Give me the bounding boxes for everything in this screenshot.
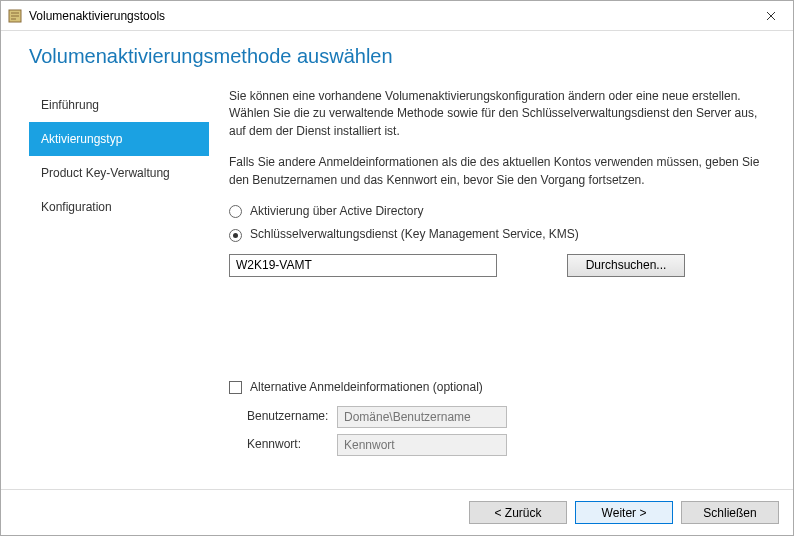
browse-button[interactable]: Durchsuchen... [567,254,685,277]
radio-ad-label: Aktivierung über Active Directory [250,203,423,220]
alt-credentials-checkbox[interactable] [229,381,242,394]
radio-kms-label: Schlüsselverwaltungsdienst (Key Manageme… [250,226,579,243]
intro-paragraph-2: Falls Sie andere Anmeldeinformationen al… [229,154,763,189]
footer: < Zurück Weiter > Schließen [1,489,793,535]
password-field [337,434,507,456]
sidebar: Einführung Aktivierungstyp Product Key-V… [29,86,209,489]
body-area: Einführung Aktivierungstyp Product Key-V… [29,86,773,489]
sidebar-item-konfiguration[interactable]: Konfiguration [29,190,209,224]
password-label: Kennwort: [247,436,337,453]
username-row: Benutzername: [247,406,763,428]
alt-credentials-label: Alternative Anmeldeinformationen (option… [250,379,483,396]
window-close-button[interactable] [748,1,793,30]
alt-credentials-section: Alternative Anmeldeinformationen (option… [229,379,763,456]
radio-row-kms[interactable]: Schlüsselverwaltungsdienst (Key Manageme… [229,226,763,243]
username-field [337,406,507,428]
sidebar-item-productkey[interactable]: Product Key-Verwaltung [29,156,209,190]
alt-credentials-checkbox-row[interactable]: Alternative Anmeldeinformationen (option… [229,379,763,396]
back-button[interactable]: < Zurück [469,501,567,524]
app-icon [7,8,23,24]
radio-row-ad[interactable]: Aktivierung über Active Directory [229,203,763,220]
sidebar-item-aktivierungstyp[interactable]: Aktivierungstyp [29,122,209,156]
main-panel: Sie können eine vorhandene Volumenaktivi… [209,86,773,489]
next-button[interactable]: Weiter > [575,501,673,524]
window-title: Volumenaktivierungstools [29,9,748,23]
titlebar: Volumenaktivierungstools [1,1,793,31]
window-frame: Volumenaktivierungstools Volumenaktivier… [0,0,794,536]
password-row: Kennwort: [247,434,763,456]
sidebar-item-einfuehrung[interactable]: Einführung [29,88,209,122]
page-title: Volumenaktivierungsmethode auswählen [29,45,773,68]
username-label: Benutzername: [247,408,337,425]
radio-kms[interactable] [229,229,242,242]
content-area: Volumenaktivierungsmethode auswählen Ein… [1,31,793,489]
server-row: Durchsuchen... [229,254,763,277]
close-button[interactable]: Schließen [681,501,779,524]
radio-ad[interactable] [229,205,242,218]
intro-paragraph-1: Sie können eine vorhandene Volumenaktivi… [229,88,763,140]
server-name-input[interactable] [229,254,497,277]
